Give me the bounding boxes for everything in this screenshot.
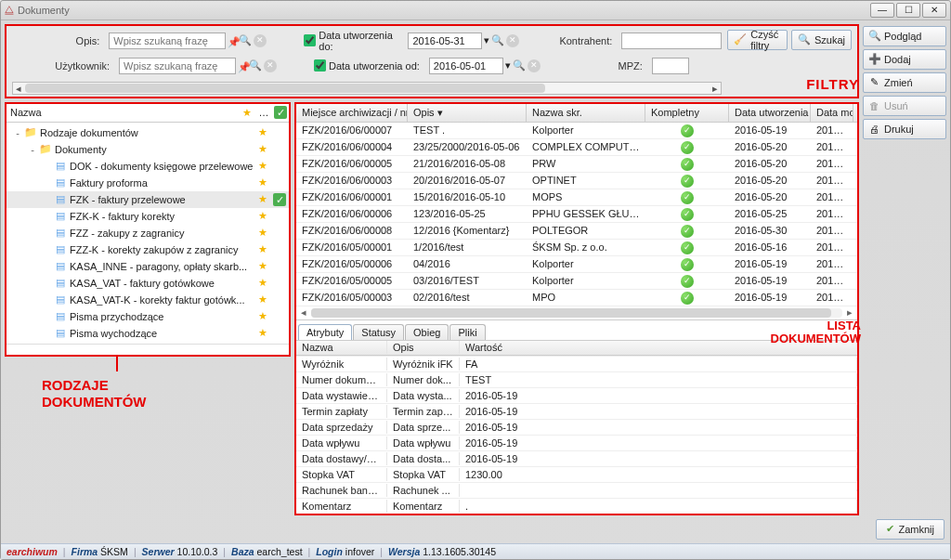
tree-item[interactable]: ▤FZK-K - faktury korekty★ <box>7 208 289 225</box>
table-row[interactable]: FZK/2016/06/0000812/2016 {Komentarz}POLT… <box>296 223 857 240</box>
col-kompletny[interactable]: Kompletny <box>645 104 729 122</box>
podgląd-button[interactable]: 🔍Podgląd <box>863 26 946 46</box>
star-icon[interactable]: ★ <box>254 160 270 172</box>
attribute-row[interactable]: Stopka VATStopka VAT1230.00 <box>296 466 857 482</box>
scroll-thumb[interactable] <box>311 308 831 318</box>
table-row[interactable]: FZK/2016/06/0000115/2016/2016-05-10MOPS✓… <box>296 189 857 206</box>
attr-col-opis[interactable]: Opis <box>387 341 460 354</box>
scroll-right-icon[interactable]: ▸ <box>710 83 721 94</box>
tree-item[interactable]: -📁Dokumenty★ <box>7 141 289 158</box>
attribute-row[interactable]: Data wystawieniaData wysta...2016-05-19 <box>296 387 857 403</box>
opis-input[interactable] <box>109 33 226 49</box>
date-to-input[interactable] <box>408 33 482 49</box>
clear-icon[interactable]: ✕ <box>528 59 541 72</box>
tree-item[interactable]: ▤KASA_INNE - paragony, opłaty skarb...★ <box>7 258 289 275</box>
filter-scrollbar[interactable]: ◂ ▸ <box>12 82 722 95</box>
dodaj-button[interactable]: ➕Dodaj <box>863 49 946 70</box>
table-row[interactable]: FZK/2016/05/000011/2016/testŚKSM Sp. z o… <box>296 240 857 256</box>
attr-col-nazwa[interactable]: Nazwa <box>296 341 387 354</box>
minimize-button[interactable]: — <box>870 3 894 18</box>
col-nazwa[interactable]: Nazwa skr. <box>527 104 645 122</box>
attribute-row[interactable]: Data sprzedażyData sprze...2016-05-19 <box>296 419 857 435</box>
dropdown-icon[interactable]: ▾ <box>484 34 489 46</box>
search-icon[interactable]: 🔍 <box>249 59 262 72</box>
tree-item[interactable]: ▤FZZ-K - korekty zakupów z zagranicy★ <box>7 241 289 258</box>
clear-filters-button[interactable]: 🧹 Czyść filtry <box>727 30 788 50</box>
star-icon[interactable]: ★ <box>254 293 270 306</box>
zmień-button[interactable]: ✎Zmień <box>863 72 946 93</box>
table-row[interactable]: FZK/2016/06/00006123/2016-05-25PPHU GESS… <box>296 206 857 223</box>
star-icon[interactable]: ★ <box>254 143 270 155</box>
attribute-row[interactable]: Termin zapłatyTermin zapł...2016-05-19 <box>296 403 857 419</box>
star-icon[interactable]: ★ <box>254 210 270 222</box>
close-button[interactable]: ✔ Zamknij <box>876 519 944 540</box>
tab-obieg[interactable]: Obieg <box>405 324 449 340</box>
drukuj-button[interactable]: 🖨Drukuj <box>863 119 946 139</box>
table-row[interactable]: FZK/2016/05/0000503/2016/TESTKolporter✓2… <box>296 273 857 290</box>
col-archive-nr[interactable]: Miejsce archiwizacji / nr <box>296 104 408 122</box>
col-data-mod[interactable]: Data modyfi <box>811 104 853 122</box>
table-row[interactable]: FZK/2016/06/00007TEST .Kolporter✓2016-05… <box>296 123 857 139</box>
tree-item[interactable]: ▤FZZ - zakupy z zagranicy★ <box>7 225 289 241</box>
table-row[interactable]: FZK/2016/05/0000604/2016Kolporter✓2016-0… <box>296 256 857 273</box>
user-input[interactable] <box>119 58 236 74</box>
date-from-checkbox[interactable] <box>314 59 326 72</box>
star-icon[interactable]: ★ <box>254 310 270 322</box>
attribute-row[interactable]: Data dostawy/wy...Data dosta...2016-05-1… <box>296 450 857 466</box>
grid-scrollbar[interactable]: ◂ ▸ <box>296 306 857 319</box>
attribute-row[interactable]: Numer dokumentuNumer dok...TEST <box>296 371 857 387</box>
tab-atrybuty[interactable]: Atrybuty <box>298 324 352 340</box>
tree-item[interactable]: ▤Pisma wychodzące★ <box>7 325 289 342</box>
search-icon[interactable]: 🔍 <box>513 59 526 72</box>
star-icon[interactable]: ★ <box>254 126 270 138</box>
tree-item[interactable]: ▤Faktury proforma★ <box>7 175 289 191</box>
clear-icon[interactable]: ✕ <box>264 59 277 72</box>
star-icon[interactable]: ★ <box>254 260 270 272</box>
tree-header-name[interactable]: Nazwa <box>7 107 239 118</box>
date-from-input[interactable] <box>429 58 503 74</box>
check-cell[interactable]: ✓ <box>270 193 289 206</box>
star-icon[interactable]: ★ <box>254 176 270 189</box>
attribute-row[interactable]: Data wpływuData wpływu2016-05-19 <box>296 435 857 450</box>
search-button[interactable]: 🔍 Szukaj <box>791 30 852 50</box>
star-icon[interactable]: ★ <box>239 107 255 119</box>
clear-icon[interactable]: ✕ <box>254 34 267 47</box>
close-window-button[interactable]: ✕ <box>922 3 946 18</box>
kontrahent-input[interactable] <box>621 33 722 49</box>
dropdown-icon[interactable]: ▾ <box>505 59 511 72</box>
star-icon[interactable]: ★ <box>254 193 270 205</box>
tree-item[interactable]: ▤FZK - faktury przelewowe★✓ <box>7 191 289 208</box>
table-row[interactable]: FZK/2016/05/0000302/2016/testMPO✓2016-05… <box>296 290 857 306</box>
star-icon[interactable]: ★ <box>254 227 270 239</box>
scroll-left-icon[interactable]: ◂ <box>13 83 24 94</box>
scroll-right-icon[interactable]: ▸ <box>844 306 855 319</box>
scroll-thumb[interactable] <box>25 84 545 93</box>
search-icon[interactable]: 🔍 <box>491 34 504 46</box>
col-data-utw[interactable]: Data utworzenia <box>729 104 811 122</box>
table-row[interactable]: FZK/2016/06/0000521/2016/2016-05-08PRW✓2… <box>296 156 857 173</box>
more-icon[interactable]: … <box>255 107 272 118</box>
toggle-icon[interactable]: - <box>27 144 38 155</box>
attribute-row[interactable]: Rachunek bankowyRachunek ... <box>296 482 857 498</box>
table-row[interactable]: FZK/2016/06/0000423/25/2000/2016-05-06CO… <box>296 139 857 156</box>
date-to-checkbox[interactable] <box>304 34 316 46</box>
star-icon[interactable]: ★ <box>254 243 270 255</box>
mpz-input[interactable] <box>652 58 689 74</box>
star-icon[interactable]: ★ <box>254 277 270 289</box>
star-icon[interactable]: ★ <box>254 327 270 339</box>
tree-item[interactable]: ▤KASA_VAT-K - korekty faktur gotówk...★ <box>7 292 289 308</box>
clear-icon[interactable]: ✕ <box>506 34 519 47</box>
check-icon[interactable]: ✓ <box>274 106 287 119</box>
tab-statusy[interactable]: Statusy <box>353 324 404 340</box>
maximize-button[interactable]: ☐ <box>896 3 920 18</box>
tree-item[interactable]: ▤Pisma przychodzące★ <box>7 308 289 325</box>
search-icon[interactable]: 🔍 <box>239 34 252 46</box>
scroll-left-icon[interactable]: ◂ <box>298 306 309 319</box>
col-opis[interactable]: Opis ▾ <box>408 104 527 122</box>
attribute-row[interactable]: KomentarzKomentarz. <box>296 498 857 514</box>
table-row[interactable]: FZK/2016/06/0000320/2016/2016-05-07OPTIN… <box>296 173 857 189</box>
tab-pliki[interactable]: Pliki <box>449 324 485 340</box>
toggle-icon[interactable]: - <box>12 127 23 138</box>
attribute-row[interactable]: WyróżnikWyróżnik iFKFA <box>296 356 857 371</box>
tree-item[interactable]: ▤DOK - dokumenty księgowe przelewowe★ <box>7 158 289 175</box>
